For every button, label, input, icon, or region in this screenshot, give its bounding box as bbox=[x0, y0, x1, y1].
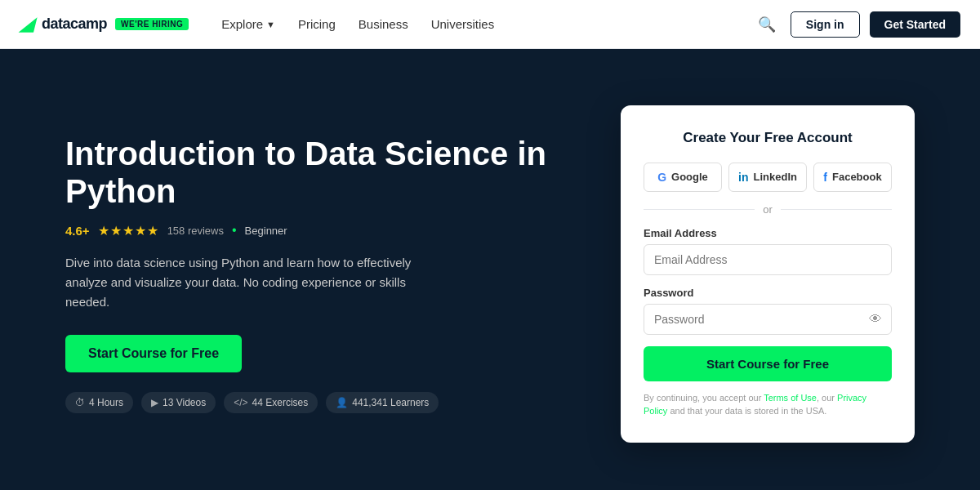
password-wrap: 👁 bbox=[644, 304, 892, 335]
browser-window: ◢ datacamp WE'RE HIRING Explore ▼ Pricin… bbox=[0, 0, 980, 490]
hero-title: Introduction to Data Science in Python bbox=[65, 135, 572, 210]
facebook-button[interactable]: f Facebook bbox=[813, 163, 892, 192]
hero-description: Dive into data science using Python and … bbox=[65, 253, 425, 312]
google-icon: G bbox=[657, 171, 666, 184]
reviews-count: 158 reviews bbox=[167, 225, 224, 237]
password-label: Password bbox=[644, 287, 892, 299]
nav-explore[interactable]: Explore ▼ bbox=[221, 17, 275, 31]
meta-exercises: </> 44 Exercises bbox=[224, 392, 318, 413]
person-icon: 👤 bbox=[336, 397, 348, 408]
social-buttons: G Google in LinkedIn f Facebook bbox=[644, 163, 892, 192]
nav-links: Explore ▼ Pricing Business Universities bbox=[221, 17, 733, 31]
hero-left: Introduction to Data Science in Python 4… bbox=[65, 127, 572, 413]
password-group: Password 👁 bbox=[644, 287, 892, 335]
email-input[interactable] bbox=[644, 244, 892, 275]
divider-row: or bbox=[644, 203, 892, 216]
signin-button[interactable]: Sign in bbox=[791, 11, 860, 38]
nav-actions: 🔍 Sign in Get Started bbox=[753, 11, 960, 38]
getstarted-button[interactable]: Get Started bbox=[870, 11, 960, 38]
start-course-button[interactable]: Start Course for Free bbox=[65, 335, 242, 372]
terms-of-use-link[interactable]: Terms of Use bbox=[764, 393, 817, 403]
logo-icon: ◢ bbox=[20, 14, 33, 35]
meta-learners: 👤 441,341 Learners bbox=[326, 392, 439, 413]
dot-divider: • bbox=[232, 223, 237, 238]
level-badge: Beginner bbox=[245, 225, 287, 237]
navbar: ◢ datacamp WE'RE HIRING Explore ▼ Pricin… bbox=[0, 0, 980, 49]
star-icons: ★★★★★ bbox=[98, 223, 159, 238]
terms-text: By continuing, you accept our Terms of U… bbox=[644, 391, 892, 418]
linkedin-icon: in bbox=[738, 171, 748, 184]
divider-right bbox=[781, 209, 892, 210]
chevron-down-icon: ▼ bbox=[266, 20, 275, 29]
signup-card: Create Your Free Account G Google in Lin… bbox=[621, 105, 915, 443]
linkedin-button[interactable]: in LinkedIn bbox=[728, 163, 807, 192]
meta-videos: ▶ 13 Videos bbox=[141, 392, 216, 413]
rating-row: 4.6+ ★★★★★ 158 reviews • Beginner bbox=[65, 223, 572, 238]
google-button[interactable]: G Google bbox=[644, 163, 722, 192]
logo-area: ◢ datacamp WE'RE HIRING bbox=[20, 14, 189, 35]
card-title: Create Your Free Account bbox=[644, 130, 892, 146]
start-free-button[interactable]: Start Course for Free bbox=[644, 346, 892, 381]
meta-hours: ⏱ 4 Hours bbox=[65, 392, 133, 413]
facebook-icon: f bbox=[823, 171, 827, 184]
eye-icon[interactable]: 👁 bbox=[869, 312, 882, 327]
nav-pricing[interactable]: Pricing bbox=[298, 17, 336, 31]
divider-left bbox=[644, 209, 755, 210]
clock-icon: ⏱ bbox=[75, 397, 85, 408]
password-input[interactable] bbox=[644, 304, 892, 335]
email-group: Email Address bbox=[644, 227, 892, 275]
code-icon: </> bbox=[234, 397, 247, 408]
rating-number: 4.6+ bbox=[65, 224, 90, 238]
logo-text: datacamp bbox=[42, 16, 107, 33]
email-label: Email Address bbox=[644, 227, 892, 239]
hiring-badge: WE'RE HIRING bbox=[115, 18, 189, 30]
main-content: Introduction to Data Science in Python 4… bbox=[0, 49, 980, 490]
search-button[interactable]: 🔍 bbox=[753, 11, 781, 38]
nav-business[interactable]: Business bbox=[359, 17, 408, 31]
course-meta: ⏱ 4 Hours ▶ 13 Videos </> 44 Exercises 👤… bbox=[65, 392, 572, 413]
divider-text: or bbox=[763, 203, 773, 216]
play-icon: ▶ bbox=[151, 397, 158, 408]
nav-universities[interactable]: Universities bbox=[431, 17, 495, 31]
